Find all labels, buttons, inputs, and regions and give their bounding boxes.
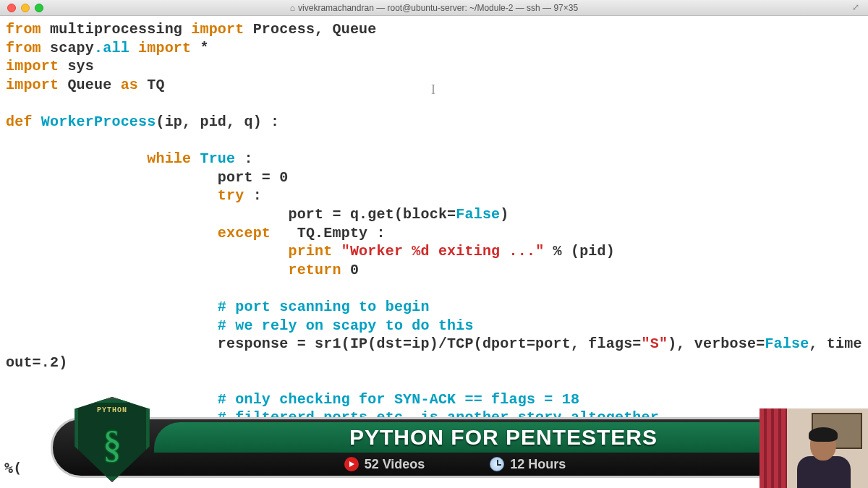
badge-label: PYTHON: [97, 406, 127, 414]
window-title: ⌂vivekramachandran — root@ubuntu-server:…: [0, 3, 868, 13]
hours-count: 12 Hours: [510, 457, 566, 472]
play-icon: [344, 457, 359, 471]
code-fragment-left: %(: [4, 459, 22, 476]
shield-icon: PYTHON §: [72, 397, 152, 482]
expand-icon[interactable]: ⤢: [852, 2, 862, 12]
course-title: PYTHON FOR PENTESTERS: [349, 425, 658, 450]
minimize-icon[interactable]: [21, 4, 30, 12]
webcam-thumbnail: [760, 408, 868, 488]
clock-icon: [490, 457, 504, 471]
window-titlebar: ⌂vivekramachandran — root@ubuntu-server:…: [0, 0, 868, 16]
course-banner-title-bar: PYTHON FOR PENTESTERS: [154, 422, 853, 453]
videos-count: 52 Videos: [365, 457, 425, 472]
snake-icon: §: [103, 423, 122, 466]
close-icon[interactable]: [7, 4, 16, 12]
course-banner: PYTHON FOR PENTESTERS 52 Videos 12 Hours: [51, 417, 859, 478]
stat-hours: 12 Hours: [490, 457, 566, 472]
text-cursor-icon: I: [431, 82, 435, 98]
python-badge: PYTHON §: [72, 397, 159, 484]
stat-videos: 52 Videos: [344, 457, 425, 472]
traffic-lights: [0, 4, 43, 12]
course-stats: 52 Videos 12 Hours: [53, 453, 857, 476]
home-icon: ⌂: [290, 3, 295, 13]
zoom-icon[interactable]: [35, 4, 43, 12]
